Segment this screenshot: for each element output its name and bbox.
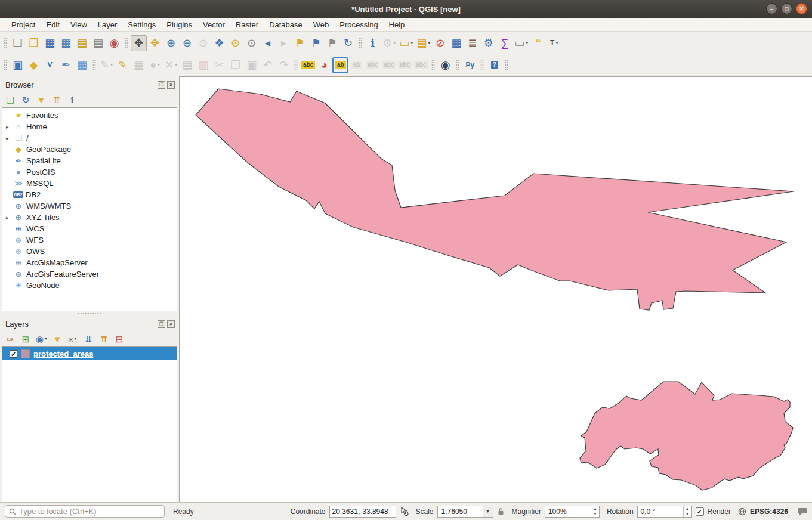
locator-search-input[interactable]: Type to locate (Ctrl+K): [5, 505, 165, 518]
menu-vector[interactable]: Vector: [197, 18, 230, 31]
paste-features-button[interactable]: ▣▾: [243, 57, 260, 73]
new-shapefile-layer-button[interactable]: V▾: [42, 57, 58, 73]
layer-item-protected-areas[interactable]: ✓ protected_areas: [2, 347, 177, 360]
zoom-native-button[interactable]: ⊙▾: [195, 35, 211, 51]
layer-labeling-button[interactable]: abc▾: [300, 57, 316, 73]
copy-features-button[interactable]: ❐▾: [227, 57, 243, 73]
panel-splitter[interactable]: [78, 312, 101, 315]
new-spatial-bookmark-button[interactable]: ⚑▾: [292, 35, 308, 51]
undo-button[interactable]: ↶▾: [260, 57, 276, 73]
metasearch-button[interactable]: ◉▾: [437, 57, 453, 73]
open-attribute-table-button[interactable]: ▦▾: [448, 35, 464, 51]
collapse-all-button[interactable]: ⇈▾: [97, 332, 111, 346]
dropdown-arrow-icon[interactable]: ▾: [175, 63, 177, 67]
expand-arrow-icon[interactable]: ▸: [6, 215, 13, 221]
expand-arrow-icon[interactable]: ▸: [6, 124, 13, 130]
browser-item-arcgisfeatureserver[interactable]: ▸ ⊛ ArcGisFeatureServer: [2, 268, 177, 280]
dropdown-arrow-icon[interactable]: ▾: [428, 41, 430, 45]
toolbar-separator[interactable]: [4, 37, 7, 49]
modify-attributes-button[interactable]: ▤▾: [179, 57, 195, 73]
menu-settings[interactable]: Settings: [122, 18, 161, 31]
deselect-features-button[interactable]: ⊘▾: [432, 35, 448, 51]
expand-all-button[interactable]: ⇊▾: [81, 332, 95, 346]
extents-toggle-icon[interactable]: [400, 507, 409, 516]
rotation-down-arrow[interactable]: ▼: [684, 512, 691, 517]
map-tips-button[interactable]: ❝▾: [530, 35, 546, 51]
menu-layer[interactable]: Layer: [92, 18, 123, 31]
save-layer-edits-button[interactable]: ▦▾: [131, 57, 147, 73]
vertex-tool-button[interactable]: ✕▾: [163, 57, 179, 73]
show-hide-labels-button[interactable]: abc▾: [365, 57, 381, 73]
zoom-out-button[interactable]: ⊖▾: [179, 35, 195, 51]
magnifier-spinbox[interactable]: 100% ▲▼: [545, 506, 600, 518]
render-checkbox[interactable]: ✓: [696, 507, 704, 516]
show-layout-manager-button[interactable]: ▤▾: [90, 35, 106, 51]
lock-scale-icon[interactable]: [497, 507, 505, 516]
dropdown-arrow-icon[interactable]: ▾: [393, 41, 396, 45]
title-bar[interactable]: *Untitled Project - QGIS [new] –□✕: [0, 0, 812, 18]
identify-features-button[interactable]: ℹ▾: [365, 35, 381, 51]
select-features-by-value-button[interactable]: ▤▾: [415, 35, 432, 51]
remove-layer-button[interactable]: ⊟▾: [112, 332, 126, 346]
browser-item-wfs[interactable]: ▸ ⊛ WFS: [2, 234, 177, 246]
toolbar-separator[interactable]: [125, 37, 128, 49]
pan-to-selection-button[interactable]: ✥▾: [147, 35, 163, 51]
open-layer-styling-button[interactable]: ✑▾: [3, 332, 17, 346]
toolbar-separator[interactable]: [480, 59, 484, 71]
filter-by-expression-button[interactable]: ε▾: [66, 332, 80, 346]
rotation-up-arrow[interactable]: ▲: [684, 506, 691, 512]
toolbar-separator[interactable]: [505, 59, 508, 71]
close-button[interactable]: ✕: [796, 3, 807, 14]
show-spatial-bookmarks-button[interactable]: ⚑▾: [308, 35, 324, 51]
menu-raster[interactable]: Raster: [230, 18, 264, 31]
browser-collapse-all-button[interactable]: ⇈▾: [50, 92, 64, 107]
filter-browser-button[interactable]: ▼▾: [34, 92, 48, 107]
layer-diagram-button[interactable]: ◕▾: [316, 57, 332, 73]
zoom-last-button[interactable]: ◂▾: [260, 35, 276, 51]
menu-edit[interactable]: Edit: [41, 18, 64, 31]
maximize-button[interactable]: □: [781, 3, 792, 14]
browser-item-db2[interactable]: ▸ DB2 DB2: [2, 189, 177, 200]
minimize-button[interactable]: –: [766, 3, 777, 14]
zoom-to-selection-button[interactable]: ⊙▾: [227, 35, 243, 51]
browser-item-ows[interactable]: ▸ ⊕ OWS: [2, 246, 177, 257]
move-label-button[interactable]: abc▾: [381, 57, 397, 73]
text-annotation-button[interactable]: T▾: [546, 35, 562, 51]
digitize-with-shape-button[interactable]: ●▾: [147, 57, 163, 73]
zoom-full-button[interactable]: ❖▾: [211, 35, 227, 51]
new-spatialite-layer-button[interactable]: ✒▾: [58, 57, 74, 73]
dropdown-arrow-icon[interactable]: ▾: [555, 41, 558, 45]
browser-item-favorites[interactable]: ▸ ★ Favorites: [2, 110, 177, 121]
expand-arrow-icon[interactable]: ▸: [6, 135, 13, 141]
refresh-map-button[interactable]: ↻▾: [340, 35, 356, 51]
crs-status[interactable]: EPSG:4326: [750, 507, 788, 516]
toolbar-separator[interactable]: [92, 59, 96, 71]
dropdown-arrow-icon[interactable]: ▾: [526, 41, 528, 45]
toolbar-separator[interactable]: [4, 59, 7, 71]
change-label-properties-button[interactable]: abc▾: [413, 57, 429, 73]
browser-item-spatialite[interactable]: ▸ ✒ SpatiaLite: [2, 155, 177, 166]
refresh-browser-button[interactable]: ↻▾: [18, 92, 33, 107]
properties-widget-button[interactable]: ℹ▾: [65, 92, 79, 107]
cut-features-button[interactable]: ✂▾: [211, 57, 227, 73]
field-calculator-button[interactable]: ≣▾: [464, 35, 480, 51]
select-features-button[interactable]: ▭▾: [397, 35, 415, 51]
crs-globe-icon[interactable]: [738, 507, 746, 516]
python-console-button[interactable]: Py▾: [462, 57, 478, 73]
style-manager-button[interactable]: ◉▾: [106, 35, 122, 51]
menu-view[interactable]: View: [65, 18, 92, 31]
browser-item-postgis[interactable]: ▸ ● PostGIS: [2, 166, 177, 178]
new-print-layout-button[interactable]: ▤▾: [74, 35, 90, 51]
new-geopackage-layer-button[interactable]: ◆▾: [26, 57, 42, 73]
map-canvas[interactable]: [179, 76, 812, 502]
help-contents-button[interactable]: ?▾: [486, 57, 502, 73]
pan-map-button[interactable]: ✥▾: [131, 35, 147, 51]
save-project-as-button[interactable]: ▦▾: [58, 35, 74, 51]
zoom-in-button[interactable]: ⊕▾: [163, 35, 179, 51]
toolbar-separator[interactable]: [294, 59, 298, 71]
highlight-pinned-labels-button[interactable]: ab▾: [348, 57, 365, 73]
toolbar-separator[interactable]: [431, 59, 435, 71]
new-virtual-layer-button[interactable]: ▦▾: [74, 57, 90, 73]
menu-database[interactable]: Database: [264, 18, 308, 31]
filter-legend-button[interactable]: ▼▾: [50, 332, 64, 346]
